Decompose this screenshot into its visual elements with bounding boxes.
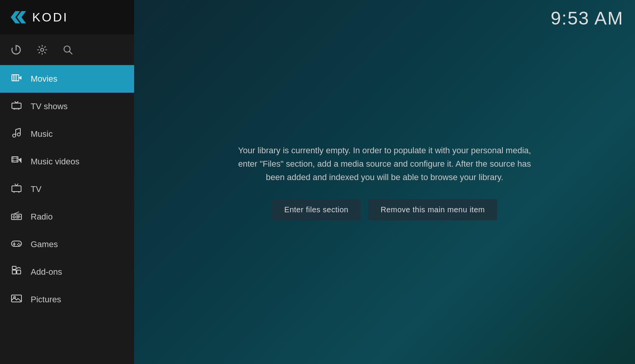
sidebar-item-radio[interactable]: Radio [0,203,134,231]
svg-rect-7 [12,75,19,81]
sidebar-item-addons-label: Add-ons [31,267,62,277]
pictures-icon [11,294,22,305]
sidebar-item-movies-label: Movies [31,74,57,84]
music-icon [11,128,22,140]
sidebar-item-music-label: Music [31,129,53,139]
svg-line-6 [69,51,72,54]
svg-rect-43 [12,270,16,274]
sidebar: KODI [0,0,134,364]
svg-point-41 [17,244,18,245]
svg-rect-36 [11,241,21,246]
toolbar [0,34,134,65]
svg-line-20 [16,128,20,130]
svg-rect-45 [12,266,16,269]
clock: 9:53 AM [551,8,624,29]
tvshows-icon [11,101,22,112]
remove-menu-item-button[interactable]: Remove this main menu item [368,199,497,220]
power-button[interactable] [11,44,21,55]
svg-point-17 [17,133,20,136]
content-area: Your library is currently empty. In orde… [134,0,635,364]
svg-point-4 [41,48,44,51]
search-button[interactable] [63,45,73,55]
svg-point-31 [13,216,15,218]
gear-icon [37,44,48,55]
sidebar-item-tvshows[interactable]: TV shows [0,93,134,120]
sidebar-item-musicvideos[interactable]: Music videos [0,148,134,175]
svg-rect-27 [12,186,21,192]
sidebar-item-tv-label: TV [31,184,41,194]
radio-icon [11,212,22,222]
nav-menu: Movies TV shows [0,65,134,364]
kodi-logo: KODI [9,8,68,26]
main-content: 9:53 AM Your library is currently empty.… [134,0,635,364]
empty-library-message: Your library is currently empty. In orde… [235,144,534,184]
enter-files-button[interactable]: Enter files section [272,199,361,220]
sidebar-item-addons[interactable]: Add-ons [0,258,134,286]
action-buttons: Enter files section Remove this main men… [272,199,497,220]
app-header: KODI [0,0,134,34]
svg-rect-44 [17,270,21,274]
sidebar-item-games[interactable]: Games [0,231,134,258]
svg-point-40 [20,244,21,245]
settings-button[interactable] [37,44,48,55]
kodi-logo-icon [9,8,28,26]
svg-point-16 [13,134,16,137]
tv-icon [11,184,22,195]
svg-point-39 [18,243,20,244]
sidebar-item-radio-label: Radio [31,212,53,222]
svg-point-42 [18,245,20,246]
sidebar-item-pictures[interactable]: Pictures [0,286,134,313]
games-icon [11,239,22,250]
svg-marker-26 [18,158,21,163]
sidebar-item-pictures-label: Pictures [31,295,61,305]
sidebar-item-movies[interactable]: Movies [0,65,134,93]
sidebar-item-tvshows-label: TV shows [31,102,68,111]
svg-rect-12 [12,103,21,108]
sidebar-item-musicvideos-label: Music videos [31,157,79,167]
sidebar-item-music[interactable]: Music [0,120,134,148]
movies-icon [11,74,22,84]
search-icon [63,45,73,55]
app-name: KODI [32,10,68,25]
svg-marker-8 [19,76,21,80]
musicvideos-icon [11,156,22,167]
power-icon [11,44,21,55]
sidebar-item-games-label: Games [31,239,58,249]
addons-icon [11,266,22,278]
sidebar-item-tv[interactable]: TV [0,175,134,203]
